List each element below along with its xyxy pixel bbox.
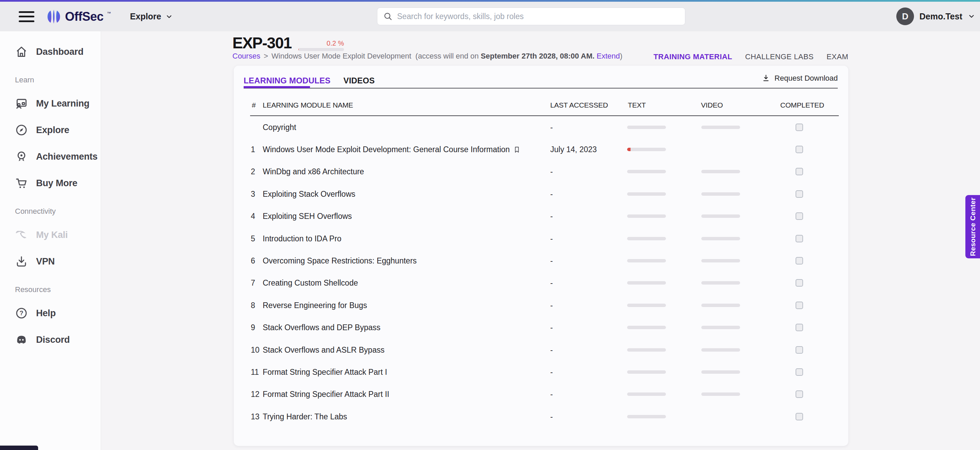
course-tab-training-material[interactable]: TRAINING MATERIAL <box>654 53 732 61</box>
video-progressbar <box>701 304 740 307</box>
module-table-body: Copyright-1Windows User Mode Exploit Dev… <box>234 116 848 428</box>
completed-checkbox[interactable] <box>795 168 803 175</box>
table-row[interactable]: 9Stack Overflows and DEP Bypass- <box>234 317 848 339</box>
module-name-link[interactable]: Trying Harder: The Labs <box>263 412 347 421</box>
sidebar-item-explore[interactable]: Explore <box>0 122 101 138</box>
video-progressbar <box>701 348 740 352</box>
table-row[interactable]: 8Reverse Engineering for Bugs- <box>234 294 848 316</box>
menu-button[interactable] <box>19 11 34 22</box>
course-tab-exam[interactable]: EXAM <box>827 53 848 61</box>
module-name-link[interactable]: Windows User Mode Exploit Development: G… <box>263 145 510 154</box>
video-progressbar <box>701 192 740 196</box>
my-kali-icon <box>15 228 28 241</box>
table-row[interactable]: 12Format String Specifier Attack Part II… <box>234 383 848 405</box>
text-progressbar <box>627 126 666 129</box>
completed-checkbox[interactable] <box>795 368 803 376</box>
last-accessed: - <box>550 189 553 198</box>
module-name-link[interactable]: Exploiting Stack Overflows <box>263 189 355 198</box>
sidebar-item-help[interactable]: ?Help <box>0 305 101 321</box>
svg-text:?: ? <box>19 310 23 317</box>
bookmark-icon[interactable] <box>513 146 520 153</box>
module-name-link[interactable]: Reverse Engineering for Bugs <box>263 300 367 310</box>
tab-learning-modules[interactable]: LEARNING MODULES <box>243 76 331 85</box>
module-name-link[interactable]: Stack Overflows and DEP Bypass <box>263 323 380 332</box>
table-row[interactable]: 1Windows User Mode Exploit Development: … <box>234 138 848 160</box>
request-download-button[interactable]: Request Download <box>762 74 838 83</box>
chevron-down-icon <box>968 13 975 20</box>
last-accessed: - <box>550 300 553 310</box>
module-name-link[interactable]: Overcoming Space Restrictions: Egghunter… <box>263 256 417 265</box>
sidebar-item-vpn[interactable]: VPN <box>0 253 101 270</box>
video-progressbar <box>701 370 740 374</box>
sidebar-item-label: Help <box>36 308 56 319</box>
search-bar <box>377 8 685 25</box>
course-progress: 0.2 % <box>298 31 344 52</box>
module-number: 1 <box>251 145 255 154</box>
sidebar-item-discord[interactable]: Discord <box>0 332 101 348</box>
completed-checkbox[interactable] <box>795 124 803 131</box>
module-name-link[interactable]: Copyright <box>263 123 296 132</box>
text-progressbar <box>627 348 666 352</box>
buy-more-icon <box>15 177 28 190</box>
module-name-link[interactable]: Format String Specifier Attack Part I <box>263 367 387 377</box>
module-number: 10 <box>251 345 259 354</box>
extend-link[interactable]: Extend <box>597 52 620 60</box>
module-name-cell: Windows User Mode Exploit Development: G… <box>263 145 520 154</box>
explore-menu[interactable]: Explore <box>130 11 173 21</box>
module-name-link[interactable]: WinDbg and x86 Architecture <box>263 167 364 176</box>
table-row[interactable]: 13Trying Harder: The Labs- <box>234 405 848 428</box>
module-number: 7 <box>251 278 255 288</box>
completed-checkbox[interactable] <box>795 302 803 309</box>
bottom-left-corner-widget <box>0 445 38 450</box>
table-row[interactable]: 11Format String Specifier Attack Part I- <box>234 361 848 383</box>
sidebar-item-dashboard[interactable]: Dashboard <box>0 43 101 60</box>
module-name-link[interactable]: Creating Custom Shellcode <box>263 278 358 288</box>
module-name-cell: Format String Specifier Attack Part I <box>263 367 387 377</box>
completed-checkbox[interactable] <box>795 324 803 331</box>
table-row[interactable]: 2WinDbg and x86 Architecture- <box>234 161 848 183</box>
video-progressbar <box>701 281 740 284</box>
table-row[interactable]: 4Exploiting SEH Overflows- <box>234 205 848 227</box>
table-row[interactable]: Copyright- <box>234 116 848 138</box>
text-progressbar <box>627 192 666 196</box>
course-tab-challenge-labs[interactable]: CHALLENGE LABS <box>745 53 814 61</box>
sidebar-item-achievements[interactable]: Achievements <box>0 148 101 165</box>
table-row[interactable]: 10Stack Overflows and ASLR Bypass- <box>234 339 848 361</box>
completed-checkbox[interactable] <box>795 257 803 265</box>
sidebar-item-label: Buy More <box>36 178 77 188</box>
vpn-icon <box>15 255 28 268</box>
module-name-link[interactable]: Introduction to IDA Pro <box>263 234 341 243</box>
completed-checkbox[interactable] <box>795 212 803 220</box>
completed-checkbox[interactable] <box>795 346 803 354</box>
module-name-link[interactable]: Format String Specifier Attack Part II <box>263 390 389 399</box>
module-name-cell: Copyright <box>263 123 296 132</box>
discord-icon <box>15 333 28 346</box>
search-input[interactable] <box>397 12 679 21</box>
completed-checkbox[interactable] <box>795 413 803 420</box>
sidebar-item-my-learning[interactable]: My Learning <box>0 95 101 112</box>
explore-icon <box>15 124 28 137</box>
completed-checkbox[interactable] <box>795 235 803 243</box>
completed-checkbox[interactable] <box>795 391 803 398</box>
table-row[interactable]: 3Exploiting Stack Overflows- <box>234 183 848 205</box>
completed-checkbox[interactable] <box>795 190 803 198</box>
progress-track <box>298 48 344 51</box>
module-name-link[interactable]: Exploiting SEH Overflows <box>263 212 352 221</box>
offsec-logo[interactable]: OffSec ™ <box>46 9 111 24</box>
module-name-cell: Trying Harder: The Labs <box>263 412 347 421</box>
completed-checkbox[interactable] <box>795 279 803 287</box>
text-progressbar <box>627 393 666 396</box>
tab-videos[interactable]: VIDEOS <box>343 76 375 85</box>
breadcrumb-courses-link[interactable]: Courses <box>232 52 260 60</box>
resource-center-tab[interactable]: Resource Center <box>966 195 980 259</box>
table-row[interactable]: 6Overcoming Space Restrictions: Egghunte… <box>234 249 848 271</box>
completed-checkbox[interactable] <box>795 146 803 153</box>
sidebar-item-label: Discord <box>36 335 70 345</box>
progress-percent-label: 0.2 % <box>327 40 344 47</box>
module-name-link[interactable]: Stack Overflows and ASLR Bypass <box>263 345 385 354</box>
topbar: OffSec ™ Explore D Demo.Test <box>0 2 980 31</box>
table-row[interactable]: 5Introduction to IDA Pro- <box>234 227 848 249</box>
sidebar-item-buy-more[interactable]: Buy More <box>0 175 101 191</box>
table-row[interactable]: 7Creating Custom Shellcode- <box>234 272 848 294</box>
user-menu[interactable]: D Demo.Test <box>896 6 975 26</box>
